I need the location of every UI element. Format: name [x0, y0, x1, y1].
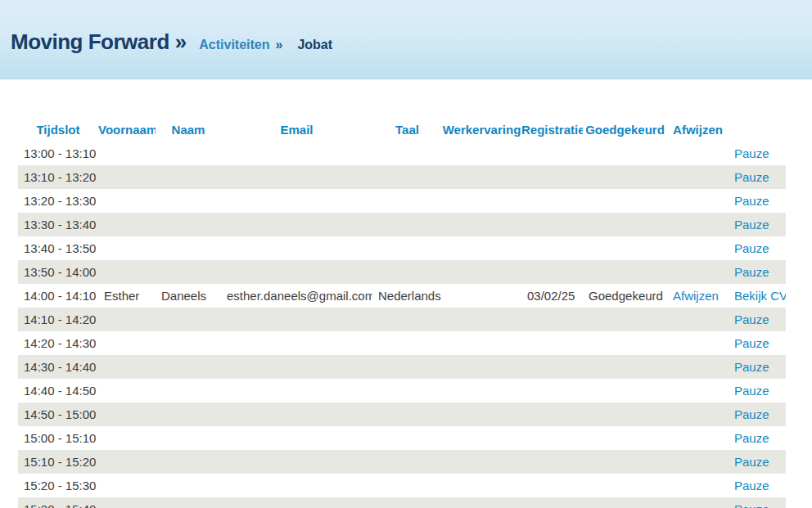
column-header-voornaam: Voornaam	[98, 118, 156, 142]
registratie-cell	[521, 331, 583, 355]
voornaam-cell	[98, 308, 156, 331]
email-cell	[221, 236, 372, 260]
pauze-link[interactable]: Pauze	[734, 312, 769, 326]
afwijzen-cell	[667, 213, 729, 236]
breadcrumb-link-activiteiten[interactable]: Activiteiten	[199, 38, 269, 52]
app-title: Moving Forward	[11, 29, 169, 55]
goedgekeurd-status	[583, 189, 667, 213]
naam-cell	[156, 402, 221, 426]
pauze-link[interactable]: Pauze	[734, 407, 769, 421]
naam-cell	[156, 474, 221, 497]
afwijzen-cell	[667, 402, 729, 426]
action-cell: Pauze	[729, 142, 786, 165]
pauze-link[interactable]: Pauze	[734, 146, 769, 160]
taal-cell	[372, 189, 442, 213]
table-row: 13:30 - 13:40 Pauze	[18, 213, 786, 236]
pauze-link[interactable]: Pauze	[734, 194, 769, 208]
afwijzen-cell	[667, 497, 729, 508]
schedule-table: Tijdslot Voornaam Naam Email Taal Werker…	[18, 118, 786, 508]
email-cell	[221, 165, 372, 189]
table-row: 13:20 - 13:30 Pauze	[18, 189, 786, 213]
column-header-taal: Taal	[372, 118, 442, 142]
page-header: Moving Forward » Activiteiten » Jobat	[0, 0, 812, 79]
pauze-link[interactable]: Pauze	[734, 336, 769, 350]
pauze-link[interactable]: Pauze	[734, 502, 769, 508]
pauze-link[interactable]: Pauze	[734, 360, 769, 374]
goedgekeurd-status	[583, 474, 667, 497]
table-row: 14:30 - 14:40 Pauze	[18, 355, 786, 379]
taal-cell	[372, 379, 442, 402]
email-cell	[221, 331, 372, 355]
werkervaring-cell	[442, 142, 521, 165]
tijdslot-cell: 15:20 - 15:30	[18, 474, 98, 497]
afwijzen-link[interactable]: Afwijzen	[673, 289, 719, 303]
goedgekeurd-status	[583, 355, 667, 379]
naam-cell	[156, 331, 221, 355]
tijdslot-cell: 13:20 - 13:30	[18, 189, 98, 213]
naam-cell	[156, 165, 221, 189]
email-cell	[221, 402, 372, 426]
taal-cell	[372, 165, 442, 189]
registratie-cell	[521, 474, 583, 497]
werkervaring-cell	[442, 284, 521, 308]
pauze-link[interactable]: Pauze	[734, 455, 769, 469]
afwijzen-cell	[667, 236, 729, 260]
werkervaring-cell	[442, 331, 521, 355]
voornaam-cell	[98, 497, 156, 508]
pauze-link[interactable]: Pauze	[734, 431, 769, 445]
table-row: 13:00 - 13:10 Pauze	[18, 142, 786, 165]
werkervaring-cell	[442, 308, 521, 331]
action-cell: Pauze	[729, 497, 786, 508]
naam-cell	[156, 260, 221, 284]
tijdslot-cell: 14:30 - 14:40	[18, 355, 98, 379]
title-chevron-icon: »	[175, 29, 187, 55]
email-cell	[221, 379, 372, 402]
action-cell: Pauze	[729, 331, 786, 355]
tijdslot-cell: 13:30 - 13:40	[18, 213, 98, 236]
pauze-link[interactable]: Pauze	[734, 384, 769, 398]
taal-cell	[372, 236, 442, 260]
pauze-link[interactable]: Pauze	[734, 170, 769, 184]
goedgekeurd-status	[583, 426, 667, 450]
bekijk-cv-link[interactable]: Bekijk CV	[734, 289, 786, 303]
email-cell	[221, 189, 372, 213]
action-cell: Pauze	[729, 260, 786, 284]
tijdslot-cell: 13:00 - 13:10	[18, 142, 98, 165]
naam-cell	[156, 497, 221, 508]
voornaam-cell	[98, 402, 156, 426]
column-header-naam: Naam	[156, 118, 221, 142]
pauze-link[interactable]: Pauze	[734, 241, 769, 255]
voornaam-cell: Esther	[98, 284, 156, 308]
pauze-link[interactable]: Pauze	[734, 265, 769, 279]
werkervaring-cell	[442, 402, 521, 426]
tijdslot-cell: 14:20 - 14:30	[18, 331, 98, 355]
taal-cell	[372, 355, 442, 379]
breadcrumb: Moving Forward » Activiteiten » Jobat	[0, 0, 812, 55]
email-cell	[221, 355, 372, 379]
taal-cell: Nederlands	[372, 284, 442, 308]
pauze-link[interactable]: Pauze	[734, 479, 769, 492]
action-cell: Pauze	[729, 308, 786, 331]
table-row: 15:30 - 15:40 Pauze	[18, 497, 786, 508]
afwijzen-cell	[667, 379, 729, 402]
werkervaring-cell	[442, 426, 521, 450]
voornaam-cell	[98, 426, 156, 450]
tijdslot-cell: 13:10 - 13:20	[18, 165, 98, 189]
table-row: 15:10 - 15:20 Pauze	[18, 450, 786, 474]
goedgekeurd-status	[583, 260, 667, 284]
goedgekeurd-status	[583, 308, 667, 331]
taal-cell	[372, 497, 442, 508]
goedgekeurd-status	[583, 236, 667, 260]
afwijzen-cell	[667, 355, 729, 379]
tijdslot-cell: 13:40 - 13:50	[18, 236, 98, 260]
action-cell: Pauze	[729, 402, 786, 426]
email-cell	[221, 142, 372, 165]
table-row: 13:50 - 14:00 Pauze	[18, 260, 786, 284]
taal-cell	[372, 142, 442, 165]
taal-cell	[372, 213, 442, 236]
taal-cell	[372, 474, 442, 497]
pauze-link[interactable]: Pauze	[734, 218, 769, 232]
registratie-cell	[521, 308, 583, 331]
werkervaring-cell	[442, 213, 521, 236]
registratie-cell: 03/02/25	[521, 284, 583, 308]
